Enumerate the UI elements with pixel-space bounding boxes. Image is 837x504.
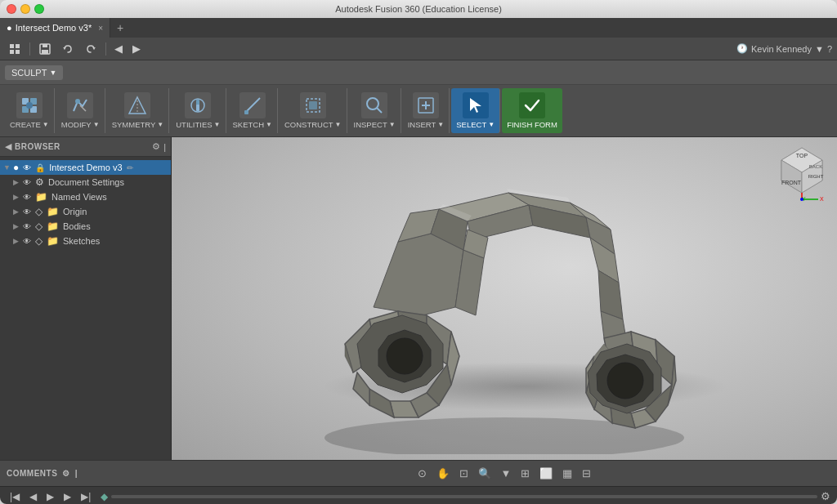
help-icon[interactable]: ? — [827, 44, 832, 54]
svg-rect-6 — [42, 50, 48, 54]
svg-point-51 — [387, 338, 423, 374]
home-button[interactable] — [5, 41, 25, 57]
display-settings-icon[interactable]: ⊟ — [580, 466, 593, 481]
tree-lock-root: 🔒 — [35, 163, 45, 172]
ribbon-finish-form[interactable]: FINISH FORM — [502, 88, 562, 133]
tree-item-root[interactable]: ▼ ● 👁 🔒 Intersect Demo v3 ✏ — [0, 160, 171, 175]
utilities-icon — [185, 92, 211, 118]
redo-button[interactable] — [81, 41, 101, 57]
separator2 — [105, 42, 106, 56]
tree-eye-doc: 👁 — [23, 178, 31, 187]
tab-add-button[interactable]: + — [110, 18, 130, 38]
create-label: CREATE▼ — [10, 120, 49, 129]
tree-item-origin[interactable]: ▶ 👁 ◇ 📁 Origin — [0, 204, 171, 219]
save-button[interactable] — [35, 41, 55, 57]
ribbon-utilities[interactable]: UTILITIES▼ — [171, 88, 226, 133]
inspect-label: INSPECT▼ — [354, 120, 396, 129]
user-name: Kevin Kennedy — [751, 44, 812, 54]
orbit-icon[interactable]: ⊙ — [415, 466, 429, 481]
ribbon-modify[interactable]: MODIFY▼ — [56, 88, 105, 133]
tree-folder-bodies: 📁 — [47, 221, 59, 232]
minimize-button[interactable] — [20, 4, 30, 14]
separator — [29, 42, 30, 56]
insert-icon — [413, 92, 439, 118]
tree-item-named-views[interactable]: ▶ 👁 📁 Named Views — [0, 190, 171, 204]
tree-diamond-sketches: ◇ — [35, 235, 43, 247]
svg-rect-5 — [43, 44, 47, 47]
user-arrow: ▼ — [815, 44, 824, 54]
close-button[interactable] — [7, 4, 16, 14]
ribbon-select[interactable]: SELECT▼ — [451, 88, 500, 133]
tree-edit-root[interactable]: ✏ — [127, 163, 133, 172]
comments-pin-icon[interactable]: | — [75, 469, 78, 478]
svg-point-22 — [367, 98, 378, 109]
svg-text:X: X — [820, 196, 824, 201]
tree-eye-origin: 👁 — [23, 207, 31, 216]
view-cube[interactable]: TOP FRONT RIGHT BACK X Y — [773, 144, 830, 201]
tree-item-doc-settings[interactable]: ▶ 👁 ⚙ Document Settings — [0, 175, 171, 190]
finish-form-label: FINISH FORM — [507, 120, 557, 129]
tree-item-sketches[interactable]: ▶ 👁 ◇ 📁 Sketches — [0, 234, 171, 248]
maximize-button[interactable] — [34, 4, 44, 14]
tree-folder-sketches: 📁 — [47, 235, 59, 247]
browser-tree: ▼ ● 👁 🔒 Intersect Demo v3 ✏ ▶ 👁 ⚙ Docume… — [0, 157, 171, 460]
tab-close-button[interactable]: × — [98, 24, 103, 33]
sketch-label: SKETCH▼ — [233, 120, 272, 129]
timeline-prev-button[interactable]: ◀ — [26, 490, 40, 503]
3d-model — [267, 144, 741, 454]
svg-text:FRONT: FRONT — [781, 180, 802, 185]
pan-icon[interactable]: ✋ — [434, 466, 452, 481]
svg-marker-46 — [369, 389, 394, 417]
display-mode-icon[interactable]: ⊞ — [518, 466, 532, 481]
main-area: ◀ BROWSER ⚙ | ▼ ● 👁 🔒 Intersect Demo v3 … — [0, 137, 837, 460]
tree-arrow-views[interactable]: ▶ — [13, 193, 21, 201]
modify-label: MODIFY▼ — [61, 120, 100, 129]
symmetry-icon — [124, 92, 150, 118]
timeline-next-button[interactable]: ▶ — [60, 490, 74, 503]
zoom-dropdown-icon[interactable]: ▼ — [499, 466, 514, 481]
inspect-icon — [361, 92, 387, 118]
ribbon-symmetry[interactable]: SYMMETRY▼ — [107, 88, 170, 133]
browser-settings-icon[interactable]: ⚙ — [152, 141, 160, 152]
collapse-icon[interactable]: ◀ — [5, 141, 11, 152]
tab-icon: ● — [7, 23, 12, 33]
ribbon-create[interactable]: CREATE▼ — [5, 88, 55, 133]
timeline-play-button[interactable]: ▶ — [43, 490, 57, 503]
svg-text:TOP: TOP — [796, 153, 808, 158]
tree-arrow-doc[interactable]: ▶ — [13, 178, 21, 186]
tree-item-bodies[interactable]: ▶ 👁 ◇ 📁 Bodies — [0, 219, 171, 234]
browser-pin-icon[interactable]: | — [163, 142, 166, 152]
undo-button[interactable] — [58, 41, 78, 57]
tree-arrow-origin[interactable]: ▶ — [13, 207, 21, 216]
tree-arrow-bodies[interactable]: ▶ — [13, 222, 21, 230]
nav-back-button[interactable]: ◀ — [111, 41, 126, 56]
zoom-icon[interactable]: 🔍 — [476, 466, 494, 481]
tab-intersect-demo[interactable]: ● Intersect Demo v3* × — [0, 18, 110, 38]
tree-eye-root: 👁 — [23, 163, 31, 172]
svg-rect-3 — [16, 50, 20, 54]
sculpt-button[interactable]: SCULPT ▼ — [5, 65, 63, 80]
visual-style-icon[interactable]: ⬜ — [537, 466, 555, 481]
user-menu[interactable]: 🕐 Kevin Kennedy ▼ ? — [736, 43, 832, 54]
clock-icon: 🕐 — [736, 43, 748, 54]
timeline-track[interactable] — [111, 495, 817, 498]
ribbon-inspect[interactable]: INSPECT▼ — [349, 88, 401, 133]
zoom-fit-icon[interactable]: ⊡ — [457, 466, 471, 481]
tree-arrow-sketches[interactable]: ▶ — [13, 237, 21, 245]
timeline-first-button[interactable]: |◀ — [7, 490, 23, 503]
tree-arrow-root[interactable]: ▼ — [3, 163, 11, 172]
construct-label: CONSTRUCT▼ — [284, 120, 342, 129]
viewport[interactable]: TOP FRONT RIGHT BACK X Y — [172, 137, 837, 460]
select-icon — [463, 92, 489, 118]
ribbon-insert[interactable]: INSERT▼ — [403, 88, 450, 133]
select-label: SELECT▼ — [456, 120, 495, 129]
svg-text:BACK: BACK — [809, 164, 822, 169]
timeline-last-button[interactable]: ▶| — [78, 490, 94, 503]
environment-icon[interactable]: ▦ — [560, 466, 575, 481]
nav-forward-button[interactable]: ▶ — [129, 41, 144, 56]
timeline-settings-icon[interactable]: ⚙ — [821, 490, 830, 502]
comments-settings-icon[interactable]: ⚙ — [62, 469, 70, 478]
sculpt-bar: SCULPT ▼ — [0, 60, 837, 85]
ribbon-construct[interactable]: CONSTRUCT▼ — [280, 88, 347, 133]
ribbon-sketch[interactable]: SKETCH▼ — [228, 88, 278, 133]
